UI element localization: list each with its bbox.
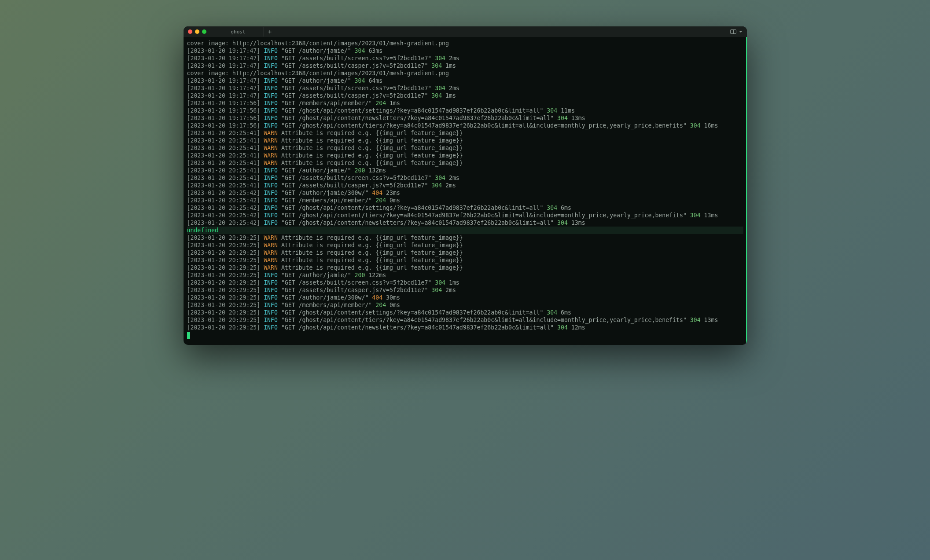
log-line: [2023-01-20 20:25:41] WARN Attribute is …: [187, 137, 743, 144]
log-line: [2023-01-20 20:25:42] INFO "GET /ghost/a…: [187, 212, 743, 219]
log-line: [2023-01-20 20:29:25] INFO "GET /ghost/a…: [187, 309, 743, 316]
log-line: cover image: http://localhost:2368/conte…: [187, 70, 743, 77]
log-line: [2023-01-20 20:25:42] INFO "GET /author/…: [187, 189, 743, 197]
log-line: [2023-01-20 20:29:25] INFO "GET /ghost/a…: [187, 316, 743, 324]
log-line: [2023-01-20 20:25:41] WARN Attribute is …: [187, 159, 743, 167]
log-line: [2023-01-20 19:17:56] INFO "GET /ghost/a…: [187, 114, 743, 122]
log-line: undefined: [187, 227, 743, 234]
prompt-line[interactable]: [187, 331, 743, 339]
log-line: [2023-01-20 20:25:41] INFO "GET /assets/…: [187, 182, 743, 189]
tab-bar: ghost +: [224, 27, 276, 37]
tab-ghost[interactable]: ghost: [224, 27, 264, 37]
log-line: [2023-01-20 20:29:25] WARN Attribute is …: [187, 249, 743, 256]
log-line: [2023-01-20 19:17:47] INFO "GET /author/…: [187, 47, 743, 55]
log-line: [2023-01-20 19:17:56] INFO "GET /ghost/a…: [187, 122, 743, 129]
chevron-down-icon[interactable]: [739, 31, 743, 33]
log-line: [2023-01-20 20:25:41] WARN Attribute is …: [187, 129, 743, 137]
cursor-icon: [187, 332, 190, 339]
log-line: [2023-01-20 20:25:41] INFO "GET /assets/…: [187, 174, 743, 182]
log-line: [2023-01-20 20:25:41] WARN Attribute is …: [187, 152, 743, 159]
minimize-icon[interactable]: [195, 29, 199, 34]
log-line: [2023-01-20 20:29:25] INFO "GET /ghost/a…: [187, 324, 743, 331]
log-line: [2023-01-20 20:29:25] INFO "GET /assets/…: [187, 279, 743, 286]
split-pane-icon[interactable]: [730, 29, 736, 34]
new-tab-button[interactable]: +: [264, 28, 276, 35]
log-line: [2023-01-20 20:29:25] INFO "GET /members…: [187, 301, 743, 309]
log-line: [2023-01-20 20:25:42] INFO "GET /ghost/a…: [187, 204, 743, 212]
log-line: [2023-01-20 19:17:47] INFO "GET /assets/…: [187, 92, 743, 99]
log-line: [2023-01-20 20:25:42] INFO "GET /members…: [187, 197, 743, 204]
log-line: [2023-01-20 19:17:56] INFO "GET /members…: [187, 99, 743, 107]
log-line: [2023-01-20 20:25:41] WARN Attribute is …: [187, 144, 743, 152]
log-line: [2023-01-20 20:29:25] INFO "GET /assets/…: [187, 286, 743, 294]
maximize-icon[interactable]: [202, 29, 206, 34]
terminal-window: ghost + cover image: http://localhost:23…: [184, 26, 747, 345]
log-line: [2023-01-20 20:25:42] INFO "GET /ghost/a…: [187, 219, 743, 227]
log-line: cover image: http://localhost:2368/conte…: [187, 40, 743, 47]
log-line: [2023-01-20 19:17:47] INFO "GET /assets/…: [187, 55, 743, 62]
close-icon[interactable]: [188, 29, 192, 34]
terminal-output[interactable]: cover image: http://localhost:2368/conte…: [184, 37, 747, 345]
log-line: [2023-01-20 20:29:25] WARN Attribute is …: [187, 242, 743, 249]
log-line: [2023-01-20 20:25:41] INFO "GET /author/…: [187, 167, 743, 174]
log-line: [2023-01-20 20:29:25] WARN Attribute is …: [187, 256, 743, 264]
log-line: [2023-01-20 20:29:25] INFO "GET /author/…: [187, 294, 743, 301]
log-line: [2023-01-20 19:17:47] INFO "GET /assets/…: [187, 62, 743, 70]
log-line: [2023-01-20 20:29:25] INFO "GET /author/…: [187, 271, 743, 279]
titlebar-right: [730, 29, 743, 34]
log-line: [2023-01-20 19:17:56] INFO "GET /ghost/a…: [187, 107, 743, 114]
log-line: [2023-01-20 19:17:47] INFO "GET /assets/…: [187, 84, 743, 92]
window-controls: [188, 29, 206, 34]
titlebar[interactable]: ghost +: [184, 26, 747, 37]
log-line: [2023-01-20 19:17:47] INFO "GET /author/…: [187, 77, 743, 84]
log-line: [2023-01-20 20:29:25] WARN Attribute is …: [187, 234, 743, 242]
log-line: [2023-01-20 20:29:25] WARN Attribute is …: [187, 264, 743, 271]
